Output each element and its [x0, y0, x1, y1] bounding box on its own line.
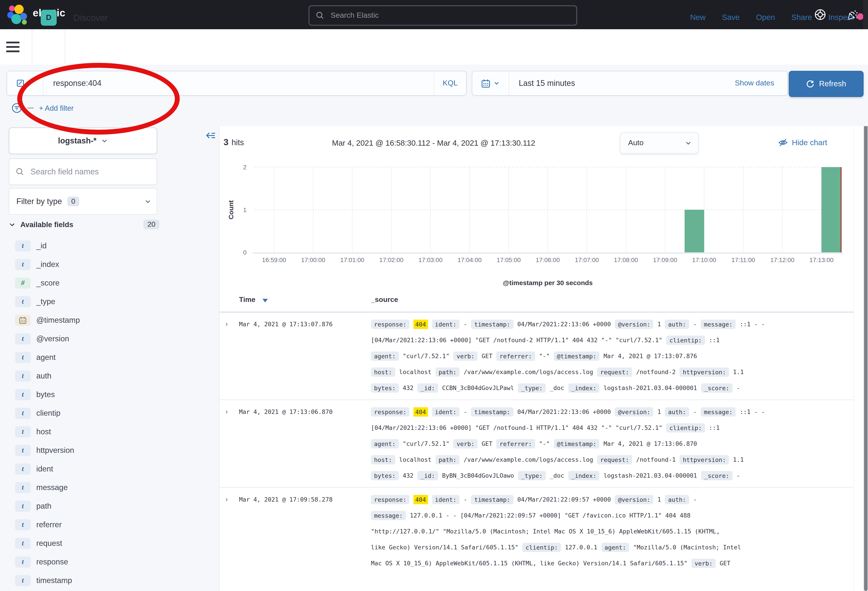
field-search[interactable]: [9, 158, 157, 185]
interval-value: Auto: [628, 139, 685, 148]
expand-row-icon[interactable]: ›: [220, 404, 239, 483]
field-value: Mar 4, 2021 @ 17:13:07.876: [604, 352, 697, 359]
field-item-timestamp[interactable]: ttimestamp: [15, 571, 210, 590]
nav-action-inspect[interactable]: Inspect: [828, 13, 853, 22]
hide-chart-button[interactable]: Hide chart: [778, 138, 827, 148]
field-item-_id[interactable]: t_id: [15, 236, 210, 255]
field-name: @version: [36, 334, 69, 343]
field-pill: auth:: [665, 319, 689, 329]
field-item-@version[interactable]: t@version: [15, 329, 210, 348]
field-item-clientip[interactable]: tclientip: [15, 404, 210, 423]
hits-count: 3: [223, 137, 229, 148]
filter-by-type-select[interactable]: Filter by type 0: [9, 188, 157, 215]
collapse-sidebar-icon[interactable]: [205, 130, 216, 141]
chart-time-range-title: Mar 4, 2021 @ 16:58:30.112 - Mar 4, 2021…: [332, 139, 535, 148]
available-fields-header[interactable]: Available fields 20: [9, 218, 159, 231]
filter-by-type-label: Filter by type: [16, 197, 62, 206]
source-line: message:127.0.0.1 - - [04/Mar/2021:22:09…: [371, 507, 853, 523]
time-range-value[interactable]: Last 15 minutes: [509, 78, 575, 88]
global-search-input[interactable]: [330, 10, 562, 21]
field-name: ident: [36, 464, 53, 473]
filter-icon[interactable]: [12, 103, 22, 113]
nav-action-share[interactable]: Share: [791, 13, 812, 22]
field-name: path: [36, 501, 51, 511]
histogram-chart[interactable]: 16:59:0017:00:0017:01:0017:02:0017:03:00…: [219, 160, 856, 290]
field-pill: httpversion:: [680, 367, 729, 377]
field-item-_index[interactable]: t_index: [15, 255, 210, 273]
page-title: Discover: [74, 13, 108, 23]
source-column-header[interactable]: _source: [371, 296, 398, 304]
nav-action-new[interactable]: New: [690, 13, 706, 22]
field-value: logstash-2021.03.04-000001: [604, 472, 697, 479]
field-value: ::1 - -: [740, 321, 765, 328]
field-item-bytes[interactable]: tbytes: [15, 385, 210, 404]
nav-action-save[interactable]: Save: [722, 13, 740, 22]
field-item-httpversion[interactable]: thttpversion: [15, 441, 210, 460]
field-item-response[interactable]: tresponse: [15, 553, 210, 571]
field-item-_score[interactable]: #_score: [15, 273, 210, 292]
eye-slash-icon: [778, 138, 788, 148]
string-field-icon: t: [15, 445, 31, 456]
add-filter-button[interactable]: + Add filter: [39, 104, 74, 112]
x-tick-label: 17:11:00: [731, 257, 755, 263]
index-pattern-select[interactable]: logstash-*: [9, 127, 157, 154]
query-language-button[interactable]: KQL: [434, 71, 466, 95]
field-value: -: [693, 496, 697, 503]
x-tick-label: 17:13:00: [809, 257, 834, 263]
field-search-input[interactable]: [30, 167, 142, 177]
field-item-path[interactable]: tpath: [15, 497, 210, 515]
field-name: timestamp: [36, 576, 72, 585]
app-badge[interactable]: D: [41, 10, 57, 26]
highlighted-value: 404: [413, 319, 428, 329]
elastic-logo-icon[interactable]: [7, 4, 28, 25]
field-item-auth[interactable]: tauth: [15, 366, 210, 385]
time-column-header[interactable]: Time: [239, 296, 255, 304]
saved-query-icon: [16, 79, 24, 87]
chevron-down-icon: [685, 139, 692, 146]
field-value: 127.0.0.1: [565, 544, 597, 551]
field-item-host[interactable]: thost: [15, 423, 210, 441]
field-value: [04/Mar/2021:22:13:06 +0000] "GET /notfo…: [371, 424, 663, 431]
expand-row-icon[interactable]: ›: [220, 491, 239, 571]
field-name: host: [36, 427, 51, 436]
string-field-icon: t: [15, 259, 31, 270]
quick-select-time-button[interactable]: [472, 71, 509, 95]
index-pattern-name: logstash-*: [58, 136, 96, 145]
field-pill: auth:: [665, 495, 689, 504]
field-item-agent[interactable]: tagent: [15, 348, 210, 366]
saved-query-menu-button[interactable]: [7, 71, 43, 95]
field-pill: referrer:: [496, 351, 535, 361]
x-tick-label: 17:06:00: [536, 257, 560, 263]
nav-action-open[interactable]: Open: [756, 13, 775, 22]
field-pill: @version:: [615, 495, 653, 504]
field-pill: request:: [597, 455, 632, 464]
show-dates-button[interactable]: Show dates: [735, 79, 774, 88]
field-pill: bytes:: [371, 471, 399, 480]
menu-icon[interactable]: [6, 41, 19, 52]
field-item-message[interactable]: tmessage: [15, 478, 210, 497]
global-search[interactable]: [309, 5, 577, 26]
field-item-ident[interactable]: tident: [15, 460, 210, 478]
expand-row-icon[interactable]: ›: [220, 316, 239, 396]
table-header: Time _source: [220, 296, 853, 312]
field-item-referrer[interactable]: treferrer: [15, 515, 210, 534]
query-input[interactable]: response:404: [43, 78, 434, 88]
hits-summary: 3 hits: [223, 137, 244, 148]
x-axis-title: @timestamp per 30 seconds: [503, 279, 593, 287]
sort-desc-icon[interactable]: [263, 299, 268, 302]
histogram-bar[interactable]: [685, 210, 704, 253]
field-pill: host:: [371, 455, 395, 464]
histogram-bar[interactable]: [822, 167, 841, 252]
refresh-button[interactable]: Refresh: [789, 71, 864, 97]
calendar-icon: [481, 78, 490, 88]
field-item-_type[interactable]: t_type: [15, 292, 210, 311]
field-value: "-": [539, 440, 550, 447]
x-tick-label: 17:01:00: [340, 257, 364, 263]
x-tick-label: 17:12:00: [771, 257, 794, 263]
field-value: "Mozilla/5.0 (Macintosh; Intel: [633, 544, 741, 551]
field-pill: clientip:: [666, 423, 705, 432]
scrollbar-track-top: [863, 0, 868, 29]
field-item-request[interactable]: trequest: [15, 534, 210, 553]
interval-select[interactable]: Auto: [620, 132, 698, 154]
field-item-@timestamp[interactable]: @timestamp: [15, 311, 210, 329]
